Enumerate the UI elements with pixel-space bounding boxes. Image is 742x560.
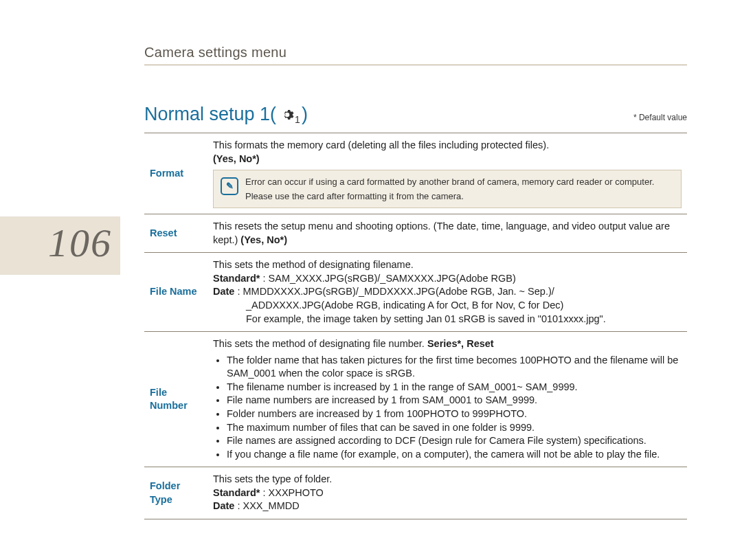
default-value-note: * Default value	[633, 113, 687, 122]
filename-date-value: : MMDDXXXX.JPG(sRGB)/_MDDXXXX.JPG(Adobe …	[234, 286, 554, 297]
row-label-filenumber: File Number	[144, 332, 207, 467]
row-label-foldertype: Folder Type	[144, 467, 207, 519]
settings-table: Format This formats the memory card (del…	[144, 133, 687, 519]
gear-icon	[280, 108, 294, 122]
list-item: If you change a file name (for example, …	[227, 448, 682, 462]
format-desc: This formats the memory card (deleting a…	[213, 139, 549, 150]
gear-label: 1	[280, 107, 300, 122]
table-row: Reset This resets the setup menu and sho…	[144, 214, 687, 253]
list-item: The filename number is increased by 1 in…	[227, 381, 682, 394]
row-label-reset: Reset	[144, 214, 207, 253]
section-title-text-before: Normal setup 1(	[144, 104, 276, 125]
filename-standard-label: Standard*	[213, 273, 260, 284]
filenumber-label-a: File	[150, 387, 167, 398]
row-content-filenumber: This sets the method of designating file…	[207, 332, 687, 467]
reset-options: (Yes, No*)	[240, 234, 287, 245]
list-item: The maximum number of files that can be …	[227, 421, 682, 435]
foldertype-label-a: Folder	[150, 480, 180, 491]
table-row: File Name This sets the method of design…	[144, 253, 687, 332]
row-content-filename: This sets the method of designating file…	[207, 253, 687, 332]
foldertype-standard-value: : XXXPHOTO	[260, 487, 324, 498]
filenumber-bullets: The folder name that has taken pictures …	[213, 354, 682, 462]
filenumber-label-b: Number	[150, 400, 188, 411]
filename-intro: This sets the method of designating file…	[213, 259, 414, 270]
list-item: File names are assigned according to DCF…	[227, 434, 682, 448]
gear-subscript: 1	[295, 114, 300, 125]
filename-date-value2: _ADDXXXX.JPG(Adobe RGB, indicating A for…	[213, 299, 563, 313]
format-options: (Yes, No*)	[213, 153, 260, 164]
foldertype-date-label: Date	[213, 500, 234, 511]
table-row: Folder Type This sets the type of folder…	[144, 467, 687, 519]
breadcrumb: Camera settings menu	[144, 45, 687, 65]
list-item: File name numbers are increased by 1 fro…	[227, 394, 682, 407]
filenumber-intro: This sets the method of designating file…	[213, 338, 427, 349]
table-row: File Number This sets the method of desi…	[144, 332, 687, 467]
filename-example: For example, the image taken by setting …	[213, 313, 606, 326]
section-title: Normal setup 1( 1 )	[144, 104, 308, 125]
foldertype-standard-label: Standard*	[213, 487, 260, 498]
filename-date-label: Date	[213, 286, 234, 297]
filenumber-options: Series*, Reset	[427, 338, 494, 349]
table-row: Format This formats the memory card (del…	[144, 133, 687, 214]
filename-standard-value: : SAM_XXXX.JPG(sRGB)/_SAMXXXX.JPG(Adobe …	[260, 273, 516, 284]
info-icon: ✎	[221, 177, 238, 195]
note-line: Error can occur if using a card formatte…	[245, 176, 654, 188]
row-content-reset: This resets the setup menu and shooting …	[207, 214, 687, 253]
row-label-filename: File Name	[144, 253, 207, 332]
row-content-format: This formats the memory card (deleting a…	[207, 133, 687, 214]
foldertype-intro: This sets the type of folder.	[213, 473, 332, 484]
list-item: The folder name that has taken pictures …	[227, 354, 682, 381]
list-item: Folder numbers are increased by 1 from 1…	[227, 407, 682, 421]
note-line: Please use the card after formatting it …	[245, 190, 654, 203]
page-number: 106	[48, 220, 112, 266]
foldertype-label-b: Type	[150, 494, 172, 505]
row-content-foldertype: This sets the type of folder. Standard* …	[207, 467, 687, 519]
section-title-text-after: )	[302, 104, 308, 125]
row-label-format: Format	[144, 133, 207, 214]
foldertype-date-value: : XXX_MMDD	[234, 500, 299, 511]
note-box: ✎ Error can occur if using a card format…	[213, 170, 682, 208]
